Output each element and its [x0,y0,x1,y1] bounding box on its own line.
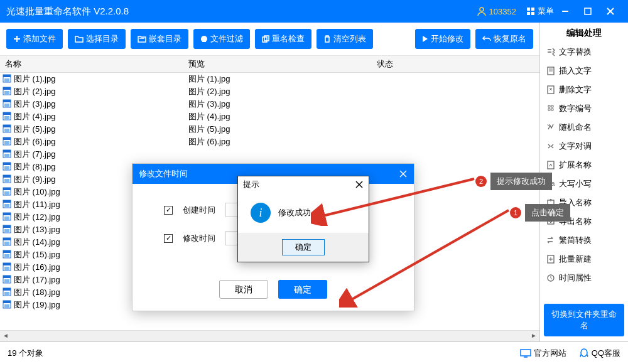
trash-icon [323,35,331,43]
table-row[interactable]: 图片 (3).jpg图片 (3).jpg [0,98,539,110]
svg-rect-84 [521,350,531,356]
svg-rect-26 [3,125,11,127]
file-name: 图片 (9).jpg [14,174,55,185]
table-row[interactable]: 图片 (1).jpg图片 (1).jpg [0,73,539,85]
grid-icon [526,7,535,16]
horizontal-scrollbar[interactable]: ◄ ► [0,330,539,341]
file-filter-button[interactable]: 文件过滤 [193,29,250,49]
sidebar-item-11[interactable]: 批量新建 [544,250,624,269]
file-name: 图片 (11).jpg [14,199,60,210]
user-info[interactable]: 103352 [477,6,516,16]
svg-rect-48 [4,217,9,220]
rename-check-button[interactable]: 重名检查 [255,29,311,49]
file-name: 图片 (14).jpg [14,237,60,248]
create-time-checkbox[interactable]: ✓ [164,206,173,215]
svg-rect-63 [4,279,9,282]
start-modify-button[interactable]: 开始修改 [415,29,470,49]
scroll-left-icon[interactable]: ◄ [0,331,11,341]
menu-button[interactable]: 菜单 [526,6,554,17]
copy-icon [262,35,269,43]
file-name: 图片 (15).jpg [14,249,60,260]
titlebar: 光速批量重命名软件 V2.2.0.8 103352 菜单 [0,0,628,23]
switch-folder-rename-button[interactable]: 切换到文件夹重命名 [544,304,624,336]
restore-name-button[interactable]: 恢复原名 [475,29,533,49]
alert-header[interactable]: 提示 [238,176,369,193]
dialog-confirm-button[interactable]: 确定 [278,280,327,299]
file-icon [3,162,11,173]
sidebar-item-label: 批量新建 [559,254,592,265]
sidebar-item-label: 时间属性 [559,272,592,284]
file-name: 图片 (19).jpg [14,299,60,311]
file-name: 图片 (17).jpg [14,274,60,286]
clear-list-button[interactable]: 清空列表 [317,29,373,49]
sidebar-item-7[interactable]: Aa大写小写 [544,174,624,193]
svg-rect-69 [4,304,9,308]
file-icon [3,187,11,198]
svg-rect-42 [4,191,9,195]
sidebar-icon [546,273,555,283]
sidebar-icon [546,66,555,76]
sidebar-item-5[interactable]: 文字对调 [544,137,624,156]
table-row[interactable]: 图片 (7).jpg [0,148,539,161]
sidebar-item-1[interactable]: 插入文字 [544,62,624,80]
sidebar-item-3[interactable]: 数字编号 [544,99,624,118]
close-icon[interactable] [355,180,364,189]
nested-dir-button[interactable]: 嵌套目录 [131,29,188,49]
col-status-header[interactable]: 状态 [377,58,539,70]
col-name-header[interactable]: 名称 [0,58,188,70]
dialog-cancel-button[interactable]: 取消 [219,280,268,299]
table-row[interactable]: 图片 (6).jpg图片 (6).jpg [0,136,539,148]
svg-rect-66 [4,292,9,295]
table-row[interactable]: 图片 (2).jpg图片 (2).jpg [0,85,539,98]
sidebar-item-10[interactable]: 繁简转换 [544,231,624,250]
sidebar-icon [546,104,555,114]
undo-icon [482,35,491,43]
file-name: 图片 (16).jpg [14,262,60,273]
svg-rect-17 [3,87,11,90]
sidebar-item-2[interactable]: 删除文字 [544,80,624,99]
select-dir-button[interactable]: 选择目录 [68,29,126,49]
sidebar-item-6[interactable]: 扩展名称 [544,156,624,174]
maximize-button[interactable] [577,0,599,23]
file-icon [3,300,11,311]
qq-support-link[interactable]: QQ客服 [579,348,620,359]
file-preview: 图片 (4).jpg [188,111,377,122]
callout-2: 2 提示修改成功 [475,173,552,190]
file-preview: 图片 (5).jpg [188,124,377,135]
minimize-button[interactable] [554,0,577,23]
file-preview: 图片 (3).jpg [188,99,377,110]
modify-time-label: 修改时间 [183,233,215,244]
file-preview: 图片 (6).jpg [188,136,377,147]
svg-rect-54 [4,242,9,245]
file-icon [3,99,11,110]
sidebar-icon [546,141,555,151]
official-site-link[interactable]: 官方网站 [520,348,566,359]
sidebar-item-4[interactable]: 随机命名 [544,118,624,137]
object-count: 19 个对象 [8,348,43,359]
close-icon[interactable] [399,169,408,178]
svg-rect-33 [4,154,9,157]
svg-rect-51 [4,229,9,232]
sidebar-item-0[interactable]: 文字替换 [544,43,624,62]
qq-icon [579,348,589,358]
svg-rect-59 [3,263,11,265]
modify-time-checkbox[interactable]: ✓ [164,234,173,243]
scroll-right-icon[interactable]: ► [528,331,539,341]
svg-rect-39 [4,179,9,182]
alert-ok-button[interactable]: 确定 [282,239,325,255]
close-button[interactable] [599,0,622,23]
table-row[interactable]: 图片 (4).jpg图片 (4).jpg [0,110,539,123]
sidebar-item-12[interactable]: 时间属性 [544,269,624,287]
svg-rect-32 [3,150,11,153]
file-name: 图片 (4).jpg [14,111,55,122]
svg-rect-56 [3,250,11,253]
file-icon [3,124,11,135]
table-row[interactable]: 图片 (5).jpg图片 (5).jpg [0,123,539,136]
file-icon [3,112,11,122]
file-preview: 图片 (1).jpg [188,73,377,85]
col-preview-header[interactable]: 预览 [188,58,377,70]
callout-num-1: 1 [510,207,521,218]
svg-rect-6 [585,8,591,14]
add-file-button[interactable]: 添加文件 [6,29,63,49]
sidebar: 编辑处理 文字替换插入文字删除文字数字编号随机命名文字对调扩展名称Aa大写小写导… [540,23,628,341]
